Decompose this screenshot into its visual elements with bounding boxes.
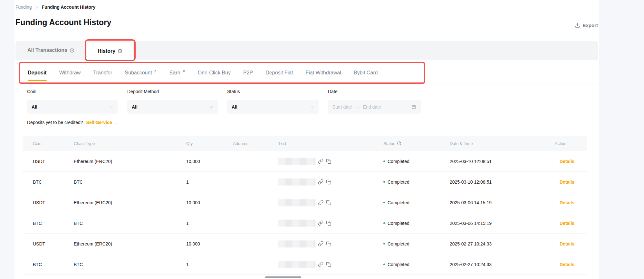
subtab-p2p[interactable]: P2P [243, 61, 253, 84]
chevron-right-icon [35, 5, 39, 9]
column-status-label: Status [383, 141, 395, 146]
cell-datetime: 2025-02-27 10:24:33 [450, 262, 492, 267]
cell-status: Completed [383, 200, 409, 205]
subtab-earn[interactable]: Earn [169, 61, 185, 84]
txid-redacted [278, 261, 315, 268]
subtab-deposit[interactable]: Deposit [28, 61, 47, 84]
cell-txid [278, 240, 331, 247]
link-icon[interactable] [318, 159, 323, 164]
cell-status: Completed [383, 241, 409, 246]
page-title: Funding Account History [15, 18, 111, 27]
details-link[interactable]: Details [560, 241, 574, 246]
table-row: BTC BTC 1 Completed 2025-03-10 12:08:51 … [23, 172, 587, 192]
cell-txid [278, 178, 331, 186]
subtab-label: One-Click Buy [198, 70, 231, 76]
link-icon[interactable] [318, 220, 323, 226]
cell-coin: BTC [33, 221, 42, 226]
link-icon[interactable] [318, 262, 323, 267]
coin-select[interactable]: All [27, 100, 118, 114]
date-range-input[interactable]: Start date → End date [328, 100, 421, 114]
table-row: BTC BTC 1 Completed 2025-02-27 10:24:33 … [23, 254, 587, 275]
filter-date-label: Date [328, 89, 421, 95]
column-chain: Chain Type [74, 136, 95, 151]
status-label: Completed [388, 200, 409, 205]
link-icon[interactable] [318, 179, 323, 185]
status-select-value: All [232, 104, 310, 110]
table-header: Coin Chain Type Qty Address Txid Status … [23, 136, 587, 151]
status-dot [383, 202, 385, 203]
chevron-down-icon [310, 105, 314, 109]
chevron-down-icon [209, 105, 213, 109]
self-service-link[interactable]: Self-Service → [86, 120, 119, 125]
filter-deposit-method-label: Deposit Method [127, 89, 218, 95]
cell-chain: BTC [74, 179, 83, 185]
calendar-icon[interactable] [411, 104, 416, 109]
svg-text:?: ? [71, 49, 73, 52]
subtab-fiat-withdrawal[interactable]: Fiat Withdrawal [306, 61, 341, 84]
txid-redacted [278, 220, 315, 227]
column-datetime: Date & Time [450, 136, 473, 151]
arrow-right-icon: → [355, 104, 360, 110]
subtab-bybit-card[interactable]: Bybit Card [354, 61, 378, 84]
arrow-right-icon: → [114, 120, 119, 125]
subtab-one-click-buy[interactable]: One-Click Buy [198, 61, 231, 84]
question-circle-icon[interactable]: ? [118, 49, 122, 53]
details-link[interactable]: Details [560, 262, 574, 267]
filter-coin: Coin All [27, 89, 118, 114]
deposit-method-select[interactable]: All [127, 100, 218, 114]
details-link[interactable]: Details [560, 159, 574, 164]
subtabs: DepositWithdrawTransferSubaccountEarnOne… [15, 61, 599, 84]
link-icon[interactable] [318, 200, 323, 205]
pending-deposit-notice: Deposits yet to be credited? Self-Servic… [27, 120, 119, 125]
subtab-label: Deposit [28, 70, 47, 76]
cell-qty: 1 [186, 262, 189, 267]
status-select[interactable]: All [227, 100, 319, 114]
transactions-table: Coin Chain Type Qty Address Txid Status … [23, 136, 587, 275]
subtab-label: Fiat Withdrawal [306, 70, 341, 76]
cell-status: Completed [383, 159, 409, 164]
self-service-label: Self-Service [86, 120, 112, 125]
cell-coin: USDT [33, 200, 45, 205]
export-button[interactable]: Export [575, 23, 598, 28]
copy-icon[interactable] [326, 262, 331, 267]
link-icon[interactable] [318, 241, 323, 246]
copy-icon[interactable] [326, 159, 331, 164]
start-date-placeholder[interactable]: Start date [332, 104, 352, 110]
subtab-label: Deposit Fiat [265, 70, 293, 76]
column-qty: Qty [186, 136, 193, 151]
details-link[interactable]: Details [560, 179, 574, 185]
subtab-label: Bybit Card [354, 70, 378, 76]
copy-icon[interactable] [326, 200, 331, 205]
column-status: Status [383, 136, 401, 151]
scrollbar-thumb[interactable] [265, 276, 301, 278]
subtab-transfer[interactable]: Transfer [93, 61, 112, 84]
coin-select-value: All [32, 104, 109, 110]
cell-coin: USDT [33, 241, 45, 246]
tab-all-transactions[interactable]: All Transactions ? [27, 41, 74, 60]
copy-icon[interactable] [326, 179, 331, 185]
status-dot [383, 264, 385, 265]
table-body: USDT Ethereum (ERC20) 10,000 Completed 2… [23, 151, 587, 275]
copy-icon[interactable] [326, 241, 331, 246]
cell-chain: Ethereum (ERC20) [74, 159, 112, 164]
tab-history[interactable]: History ? [87, 43, 133, 60]
end-date-placeholder[interactable]: End date [363, 104, 381, 110]
main-tabbar: All Transactions ? History ? [15, 41, 598, 60]
subtab-label: Withdraw [59, 70, 81, 76]
details-link[interactable]: Details [560, 221, 574, 226]
breadcrumb-parent[interactable]: Funding [15, 5, 32, 10]
info-circle-icon[interactable] [397, 141, 401, 146]
copy-icon[interactable] [326, 221, 331, 226]
cell-txid [278, 199, 331, 206]
details-link[interactable]: Details [560, 200, 574, 205]
subtab-deposit-fiat[interactable]: Deposit Fiat [265, 61, 293, 84]
tab-history-label: History [98, 48, 115, 54]
external-link-icon [182, 70, 185, 73]
subtab-withdraw[interactable]: Withdraw [59, 61, 81, 84]
status-dot [383, 222, 385, 224]
cell-datetime: 2025-03-06 14:15:19 [450, 200, 492, 205]
subtab-subaccount[interactable]: Subaccount [125, 61, 157, 84]
chevron-down-icon [109, 105, 113, 109]
question-circle-icon[interactable]: ? [70, 48, 74, 53]
subtab-label: Earn [169, 70, 180, 76]
